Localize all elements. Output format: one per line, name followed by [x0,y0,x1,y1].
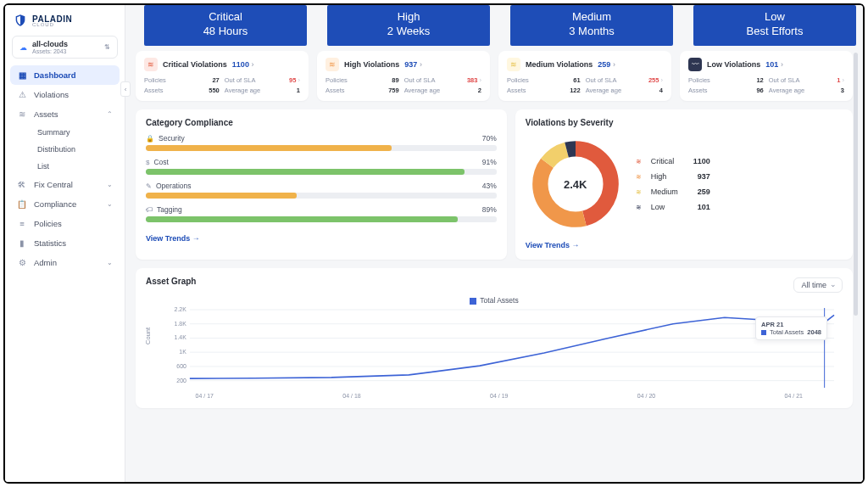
sidebar-nav: ▦ Dashboard ⚠ Violations ≋ Assets ⌃ Summ… [5,65,125,272]
sidebar-item-compliance[interactable]: 📋 Compliance ⌄ [10,194,120,214]
svg-text:04 / 20: 04 / 20 [637,393,655,399]
legend-count: 937 [685,172,710,181]
kpi-count-link[interactable]: 259 [598,60,615,69]
kpi-stat-label: Out of SLA [769,76,832,84]
view-trends-link[interactable]: View Trends [146,234,200,243]
sidebar-item-label: Compliance [34,199,76,209]
clipboard-icon: 📋 [17,199,27,209]
tooltip-label: Total Assets [770,328,804,336]
compliance-pct: 43% [482,182,497,190]
kpi-stat-value[interactable]: 255 [648,76,663,84]
kpi-stat-value[interactable]: 383 [467,76,481,84]
legend-label: Medium [651,188,678,196]
sidebar-item-label: Fix Central [34,180,73,189]
sidebar-item-label: Policies [34,219,62,228]
sidebar-item-statistics[interactable]: ▮ Statistics [10,233,120,253]
tooltip-value: 2048 [807,328,821,336]
kpi-card-critical: ≋ Critical Violations 1100 Policies27 Ou… [136,51,309,101]
main-content: ≋ Critical Violations 1100 Policies27 Ou… [125,5,863,482]
legend-row: ≋Low101 [634,203,710,211]
sla-banner-sla: Best Efforts [697,25,853,39]
compliance-label: Security [159,134,185,143]
view-trends-link[interactable]: View Trends [526,241,580,249]
sidebar-item-assets[interactable]: ≋ Assets ⌃ [10,104,120,124]
sidebar-item-fix-central[interactable]: 🛠 Fix Central ⌄ [10,175,120,194]
row-compliance-severity: Category Compliance 🔒Security70%$Cost91%… [136,109,853,260]
scrollbar[interactable] [854,53,858,316]
sidebar-item-admin[interactable]: ⚙ Admin ⌄ [10,253,120,272]
kpi-stat-label: Policies [144,76,203,84]
kpi-stat-label: Out of SLA [586,76,643,84]
kpi-title: High Violations [344,60,399,69]
legend-row: ≋Critical1100 [634,157,710,165]
legend-label: Critical [651,157,675,165]
sidebar-item-policies[interactable]: ≡ Policies [10,214,120,233]
legend-row: ≋Medium259 [634,188,710,196]
asset-line-chart: Count 2006001K1.4K1.8K2.2K04 / 1704 / 18… [146,306,843,400]
card-title: Violations by Severity [526,118,843,127]
kpi-count-link[interactable]: 937 [404,60,422,69]
legend-swatch-icon: ≋ [634,172,644,181]
app-frame: PALADIN CLOUD ☁ all-clouds Assets: 2043 … [3,3,865,484]
kpi-title: Low Violations [707,60,760,69]
alert-icon: ⚠ [17,90,27,99]
kpi-card-medium: ≋ Medium Violations 259 Policies61 Out o… [498,51,671,101]
kpi-stat-value: 122 [570,87,581,94]
kpi-stat-label: Assets [688,87,751,94]
compliance-pct: 89% [482,205,497,214]
sla-banner-low: Low Best Efforts [693,5,856,46]
sidebar-subitem-distribution[interactable]: Distribution [34,141,120,158]
card-title: Asset Graph [146,277,196,286]
violations-by-severity-card: Violations by Severity 2.4K ≋Critical110… [515,109,853,260]
sidebar-item-label: Statistics [34,238,66,248]
lines-icon: ≡ [17,219,27,228]
sidebar-collapse-button[interactable]: ‹ [120,81,131,97]
kpi-stat-label: Out of SLA [225,76,284,84]
scope-selector[interactable]: ☁ all-clouds Assets: 2043 ⇅ [12,36,118,59]
kpi-count-link[interactable]: 101 [765,60,783,69]
kpi-stat-label: Average age [404,87,462,94]
chevron-down-icon: ⌄ [107,181,113,188]
time-range-select[interactable]: All time [793,277,843,293]
svg-text:200: 200 [176,378,186,383]
compliance-label: Tagging [157,205,182,214]
legend-count: 259 [685,188,710,196]
kpi-stat-value: 61 [570,76,581,84]
compliance-pct: 70% [482,134,497,143]
legend-label: Low [651,203,665,211]
compliance-pct: 91% [482,158,497,166]
kpi-stat-value: 96 [756,87,763,94]
kpi-stat-value: 1 [289,87,300,94]
y-axis-label: Count [144,327,152,344]
sidebar-item-dashboard[interactable]: ▦ Dashboard [10,65,120,85]
kpi-stat-value[interactable]: 95 [289,76,300,84]
kpi-stat-value[interactable]: 1 [837,76,844,84]
sidebar-item-violations[interactable]: ⚠ Violations [10,85,120,104]
sla-banner-sla: 3 Months [514,25,670,39]
sidebar-subitem-list[interactable]: List [34,158,120,175]
scope-label: all-clouds [32,40,68,48]
updown-icon: ⇅ [104,43,110,51]
kpi-stat-label: Assets [326,87,383,94]
asset-chart-legend-label: Total Assets [480,296,518,305]
chevron-up-icon: ⌃ [107,110,113,118]
sidebar-item-label: Violations [34,90,69,99]
sidebar-item-label: Assets [34,109,58,119]
kpi-stat-value: 2 [467,87,481,94]
sla-banner-title: High [331,10,487,25]
chart-tooltip: APR 21 Total Assets 2048 [755,316,827,340]
legend-row: ≋High937 [634,172,710,181]
kpi-stat-label: Average age [586,87,643,94]
kpi-stat-value: 12 [756,76,763,84]
legend-swatch-icon: ≋ [634,203,644,211]
sidebar-subitem-summary[interactable]: Summary [34,124,120,141]
card-title: Category Compliance [146,118,497,127]
kpi-stat-label: Policies [326,76,383,84]
sla-banner-high: High 2 Weeks [327,5,490,46]
svg-text:1.8K: 1.8K [175,321,187,327]
sidebar-item-label: Dashboard [34,70,76,80]
tooltip-date: APR 21 [761,321,821,328]
sidebar-sub-assets: Summary Distribution List [10,124,120,175]
kpi-count-link[interactable]: 1100 [232,60,254,69]
ops-icon: ✎ [146,182,152,190]
